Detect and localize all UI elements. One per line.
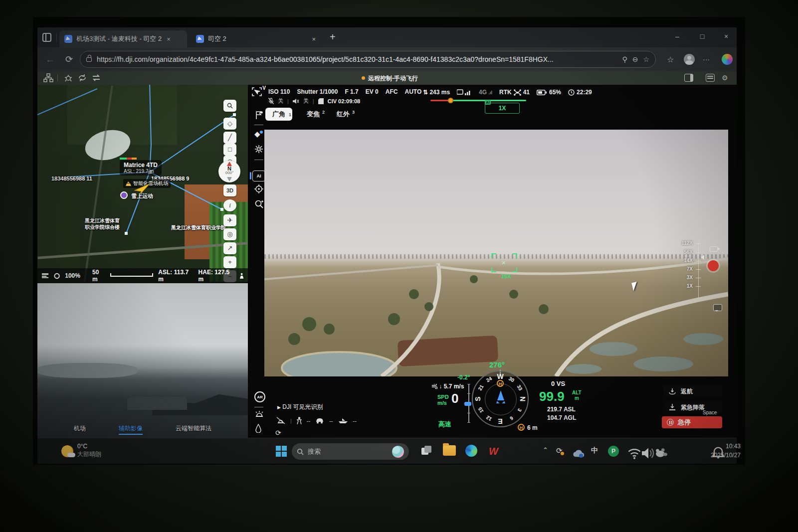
af-mode[interactable]: AFC bbox=[386, 88, 398, 95]
beacon-icon[interactable] bbox=[254, 410, 264, 417]
messages-icon[interactable] bbox=[706, 74, 715, 82]
close-window-button[interactable]: × bbox=[719, 32, 734, 40]
shutter-value[interactable]: Shutter 1/1000 bbox=[297, 88, 338, 95]
map-canvas[interactable]: Matrice 4TD ASL: 219.7 m 18348556988 11 … bbox=[37, 85, 248, 283]
wifi-icon[interactable] bbox=[628, 447, 641, 460]
back-icon[interactable]: ← bbox=[45, 54, 54, 65]
maximize-button[interactable]: □ bbox=[695, 32, 710, 40]
draw-polygon-button[interactable]: □ bbox=[223, 144, 236, 156]
browser-tab-2[interactable]: 司空 2 × bbox=[191, 30, 322, 47]
zoom-level-112x[interactable]: 112X bbox=[671, 240, 693, 246]
mic-off-icon[interactable] bbox=[268, 98, 274, 104]
return-home-button[interactable]: 返航 bbox=[663, 385, 722, 398]
map-drone-center-button[interactable]: ✈ bbox=[223, 214, 236, 226]
tray-pet-icon[interactable] bbox=[655, 446, 668, 459]
taskbar-search[interactable]: 搜索 bbox=[292, 443, 409, 460]
boat-detect-icon[interactable] bbox=[338, 418, 348, 424]
lens-tab-wide[interactable]: 广角1 bbox=[265, 108, 292, 121]
aperture-value[interactable]: F 1.7 bbox=[345, 88, 358, 95]
map-info-button[interactable]: i bbox=[223, 199, 236, 211]
snowflake-icon[interactable] bbox=[254, 145, 263, 154]
zoom-scale-line[interactable] bbox=[698, 242, 699, 298]
task-view-button[interactable] bbox=[420, 445, 433, 458]
tab-cloud-ai[interactable]: 云端智能算法 bbox=[176, 424, 211, 435]
map-search-button[interactable] bbox=[223, 100, 236, 112]
close-tab-icon[interactable]: × bbox=[311, 35, 317, 43]
tab-search-icon[interactable] bbox=[42, 33, 51, 42]
volume-icon[interactable] bbox=[642, 447, 655, 460]
aux-camera-view[interactable]: 机场 辅助影像 云端智能算法 bbox=[37, 283, 248, 438]
tray-chevron-icon[interactable]: ⌃ bbox=[543, 446, 548, 454]
lens-tab-zoom[interactable]: 变焦2 bbox=[307, 108, 320, 121]
rtk-label[interactable]: RTK bbox=[499, 89, 512, 96]
url-input[interactable]: https://fh.dji.com/organization/4c4e9fc1… bbox=[80, 51, 656, 68]
layers-icon[interactable] bbox=[41, 273, 49, 279]
minimize-button[interactable]: – bbox=[670, 32, 685, 40]
device-tune-icon[interactable] bbox=[63, 73, 73, 82]
close-tab-icon[interactable]: × bbox=[166, 35, 172, 43]
tray-sync-icon[interactable]: ⟳ bbox=[556, 446, 563, 455]
tab-aux-video[interactable]: 辅助影像 bbox=[119, 424, 143, 435]
map-pointer-button[interactable]: ↗ bbox=[223, 242, 236, 254]
record-button[interactable] bbox=[708, 260, 719, 271]
draw-point-button[interactable]: ◇ bbox=[223, 118, 236, 130]
ai-detect-title[interactable]: ▶ DJI 可见光识别 bbox=[277, 403, 323, 411]
refresh-detect-icon[interactable]: ⟳ bbox=[275, 429, 281, 437]
map-locate-button[interactable]: ◎ bbox=[223, 228, 236, 240]
car-detect-icon[interactable] bbox=[315, 418, 324, 424]
map-3d-button[interactable]: 3D bbox=[223, 184, 236, 196]
ime-indicator[interactable]: 中 bbox=[591, 446, 598, 455]
speaker-off-icon[interactable] bbox=[293, 98, 299, 104]
layout-toggle-icon[interactable] bbox=[684, 74, 693, 82]
tab-dock[interactable]: 机场 bbox=[74, 424, 86, 435]
zoom-level-1x[interactable]: 1X bbox=[671, 283, 693, 289]
exposure-mode[interactable]: AUTO bbox=[404, 88, 421, 95]
refresh-icon[interactable]: ⟳ bbox=[65, 54, 73, 65]
start-button[interactable] bbox=[276, 446, 287, 457]
beacon-off-icon[interactable] bbox=[276, 417, 285, 424]
person-icon[interactable] bbox=[239, 273, 244, 279]
waypoint-icon[interactable]: ◆ bbox=[254, 130, 260, 139]
ev-value[interactable]: EV 0 bbox=[366, 88, 379, 95]
weather-widget[interactable]: 0°C 大部晴朗 bbox=[61, 442, 101, 458]
wps-office-button[interactable]: W bbox=[489, 446, 498, 457]
poi-pin-icon[interactable] bbox=[120, 191, 128, 199]
person-detect-icon[interactable] bbox=[297, 417, 302, 424]
ai-detect-toggle[interactable]: AI bbox=[252, 171, 265, 181]
search-highlight-icon[interactable] bbox=[392, 446, 404, 458]
profile-avatar[interactable] bbox=[684, 54, 695, 65]
gimbal-pitch-handle[interactable] bbox=[464, 402, 471, 406]
zoom-out-icon[interactable]: ⊖ bbox=[632, 55, 638, 63]
iso-value[interactable]: ISO 110 bbox=[268, 88, 290, 95]
org-tree-icon[interactable] bbox=[43, 73, 53, 82]
zoom-level-3x[interactable]: 3X bbox=[671, 275, 693, 280]
zoom-level-14x[interactable]: 14X bbox=[671, 258, 693, 263]
ai-zoom-box[interactable]: AI 1X bbox=[485, 103, 520, 114]
notification-bell-icon[interactable] bbox=[712, 447, 725, 460]
flag-marker-icon[interactable] bbox=[254, 111, 263, 120]
map-zoom-in-button[interactable]: + bbox=[223, 256, 236, 268]
precision-icon[interactable] bbox=[54, 273, 60, 279]
settings-gear-icon[interactable]: ⚙ bbox=[722, 74, 728, 82]
tray-app-icon[interactable]: P bbox=[608, 446, 619, 457]
drone-map-card[interactable]: Matrice 4TD ASL: 219.7 m bbox=[120, 160, 162, 176]
battery-icon[interactable] bbox=[537, 90, 547, 95]
ar-toggle-icon[interactable]: AR bbox=[254, 391, 265, 402]
chat-bubble-icon[interactable] bbox=[713, 304, 722, 311]
zoom-level-56x[interactable]: 56X bbox=[671, 249, 693, 255]
camera-settings-row[interactable]: ISO 110 Shutter 1/1000 F 1.7 EV 0 AFC AU… bbox=[268, 88, 421, 95]
smart-zoom-icon[interactable] bbox=[254, 199, 264, 209]
browser-tab-1[interactable]: 机场3测试 - 迪麦科技 - 司空 2 × bbox=[59, 30, 187, 47]
onedrive-icon[interactable] bbox=[572, 447, 585, 460]
bookmark-star-icon[interactable]: ☆ bbox=[643, 55, 649, 63]
hd-signal-icon[interactable] bbox=[457, 89, 472, 96]
spotlight-icon[interactable] bbox=[254, 424, 262, 433]
gimbal-recenter-icon[interactable] bbox=[254, 184, 263, 193]
map-compass[interactable]: N 000° bbox=[218, 161, 240, 182]
edge-browser-button[interactable] bbox=[465, 445, 477, 457]
favorites-icon[interactable]: ☆ bbox=[667, 55, 674, 64]
new-tab-button[interactable]: + bbox=[330, 31, 336, 43]
lens-tab-ir[interactable]: 红外3 bbox=[337, 108, 350, 121]
file-explorer-button[interactable] bbox=[443, 445, 456, 456]
more-menu-icon[interactable]: ··· bbox=[703, 55, 710, 63]
